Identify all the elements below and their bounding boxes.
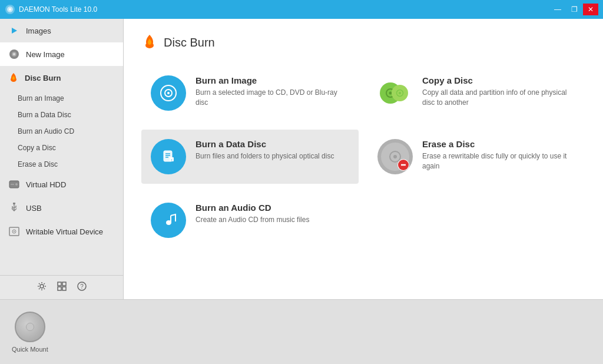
svg-point-28 — [389, 92, 392, 95]
sidebar-sub-erase-disc[interactable]: Erase a Disc — [0, 156, 123, 173]
sidebar-burn-image-label: Burn an Image — [18, 94, 64, 102]
erase-disc-text: Erase a Disc Erase a rewritable disc ful… — [422, 139, 576, 171]
play-icon — [8, 25, 20, 37]
card-burn-audio[interactable]: Burn an Audio CD Create an Audio CD from… — [141, 193, 359, 247]
sidebar-erase-disc-label: Erase a Disc — [18, 160, 58, 168]
app-body: Images New Image Disc Burn — [0, 19, 603, 299]
svg-rect-16 — [58, 282, 61, 286]
sidebar-writable-virtual-label: Writable Virtual Device — [26, 227, 103, 236]
sidebar-disc-burn-label: Disc Burn — [25, 74, 61, 82]
content-area: Disc Burn Burn an Image Burn a selected … — [124, 19, 603, 299]
erase-disc-icon — [377, 139, 413, 174]
usb-icon — [8, 202, 20, 214]
svg-point-9 — [15, 183, 18, 186]
sidebar: Images New Image Disc Burn — [0, 19, 124, 299]
sidebar-section-disc-burn[interactable]: Disc Burn — [0, 66, 123, 90]
svg-text:?: ? — [80, 283, 84, 290]
sidebar-item-usb[interactable]: USB — [0, 196, 123, 220]
burn-data-title: Burn a Data Disc — [196, 139, 334, 149]
svg-point-31 — [399, 92, 401, 94]
burn-data-text: Burn a Data Disc Burn files and folders … — [196, 139, 334, 161]
svg-point-2 — [9, 8, 11, 11]
minimize-button[interactable]: — — [550, 4, 565, 15]
sidebar-sub-burn-image[interactable]: Burn an Image — [0, 90, 123, 107]
burn-audio-desc: Create an Audio CD from music files — [196, 215, 309, 225]
sidebar-sub-burn-audio[interactable]: Burn an Audio CD — [0, 123, 123, 140]
quick-mount-label: Quick Mount — [12, 346, 48, 353]
svg-rect-17 — [62, 282, 66, 286]
card-burn-data[interactable]: + Burn a Data Disc Burn files and folder… — [141, 130, 359, 184]
disc-burn-flame-icon — [141, 33, 158, 52]
sidebar-item-new-image[interactable]: New Image — [0, 42, 123, 66]
svg-rect-11 — [13, 203, 15, 204]
burn-image-text: Burn an Image Burn a selected image to C… — [196, 75, 349, 108]
svg-point-14 — [14, 231, 15, 232]
burn-image-desc: Burn a selected image to CD, DVD or Blu-… — [196, 88, 349, 108]
svg-text:+: + — [171, 158, 173, 161]
titlebar-left: DAEMON Tools Lite 10.0 — [5, 4, 97, 15]
svg-marker-3 — [12, 28, 17, 34]
sidebar-spacer — [0, 243, 123, 275]
sidebar-copy-disc-label: Copy a Disc — [18, 144, 56, 152]
copy-disc-icon — [377, 75, 413, 111]
disc-icon — [8, 48, 20, 60]
svg-point-41 — [393, 155, 397, 158]
copy-disc-desc: Copy all data and partition info of one … — [422, 88, 576, 108]
settings-icon[interactable] — [37, 282, 47, 293]
bottom-bar: Quick Mount — [0, 299, 603, 364]
grid-icon[interactable] — [57, 282, 67, 293]
restore-button[interactable]: ❐ — [566, 4, 582, 15]
card-erase-disc[interactable]: Erase a Disc Erase a rewritable disc ful… — [368, 130, 585, 184]
device-icon — [8, 226, 20, 237]
content-title-text: Disc Burn — [164, 36, 215, 49]
quick-mount-disc — [15, 312, 45, 342]
sidebar-virtual-hdd-label: Virtual HDD — [26, 180, 66, 189]
svg-point-6 — [13, 53, 15, 55]
sidebar-images-label: Images — [26, 27, 51, 35]
svg-rect-18 — [58, 287, 61, 290]
erase-disc-title: Erase a Disc — [422, 139, 576, 149]
svg-rect-19 — [62, 287, 66, 290]
sidebar-bottom: ? — [0, 275, 123, 299]
burn-data-icon: + — [151, 139, 186, 174]
burn-image-title: Burn an Image — [196, 75, 349, 85]
app-logo — [5, 4, 15, 15]
sidebar-burn-data-label: Burn a Data Disc — [18, 111, 71, 119]
copy-disc-title: Copy a Disc — [422, 75, 576, 85]
help-icon[interactable]: ? — [77, 282, 87, 293]
sidebar-new-image-label: New Image — [26, 50, 65, 59]
sidebar-item-virtual-hdd[interactable]: Virtual HDD — [0, 173, 123, 196]
close-button[interactable]: ✕ — [583, 4, 598, 15]
svg-point-25 — [167, 92, 170, 94]
burn-image-icon — [151, 75, 186, 111]
sidebar-item-images[interactable]: Images — [0, 19, 123, 42]
titlebar-controls: — ❐ ✕ — [550, 4, 598, 15]
sidebar-item-writable-virtual[interactable]: Writable Virtual Device — [0, 220, 123, 243]
burn-data-desc: Burn files and folders to physical optic… — [196, 151, 334, 161]
card-burn-image[interactable]: Burn an Image Burn a selected image to C… — [141, 66, 359, 120]
flame-icon — [8, 72, 19, 84]
svg-point-45 — [167, 221, 171, 224]
svg-point-15 — [40, 284, 44, 288]
burn-audio-text: Burn an Audio CD Create an Audio CD from… — [196, 203, 309, 225]
titlebar: DAEMON Tools Lite 10.0 — ❐ ✕ — [0, 0, 603, 19]
cards-grid: Burn an Image Burn a selected image to C… — [141, 66, 585, 247]
erase-disc-desc: Erase a rewritable disc fully or quickly… — [422, 151, 576, 171]
sidebar-sub-burn-data[interactable]: Burn a Data Disc — [0, 107, 123, 123]
app-title: DAEMON Tools Lite 10.0 — [19, 5, 97, 14]
copy-disc-text: Copy a Disc Copy all data and partition … — [422, 75, 576, 108]
burn-audio-icon — [151, 203, 186, 238]
card-copy-disc[interactable]: Copy a Disc Copy all data and partition … — [368, 66, 585, 120]
hdd-icon — [8, 178, 20, 190]
sidebar-sub-copy-disc[interactable]: Copy a Disc — [0, 140, 123, 156]
quick-mount[interactable]: Quick Mount — [12, 312, 48, 353]
sidebar-burn-audio-label: Burn an Audio CD — [18, 127, 74, 135]
burn-audio-title: Burn an Audio CD — [196, 203, 309, 213]
sidebar-usb-label: USB — [26, 204, 42, 213]
content-header: Disc Burn — [141, 33, 585, 52]
